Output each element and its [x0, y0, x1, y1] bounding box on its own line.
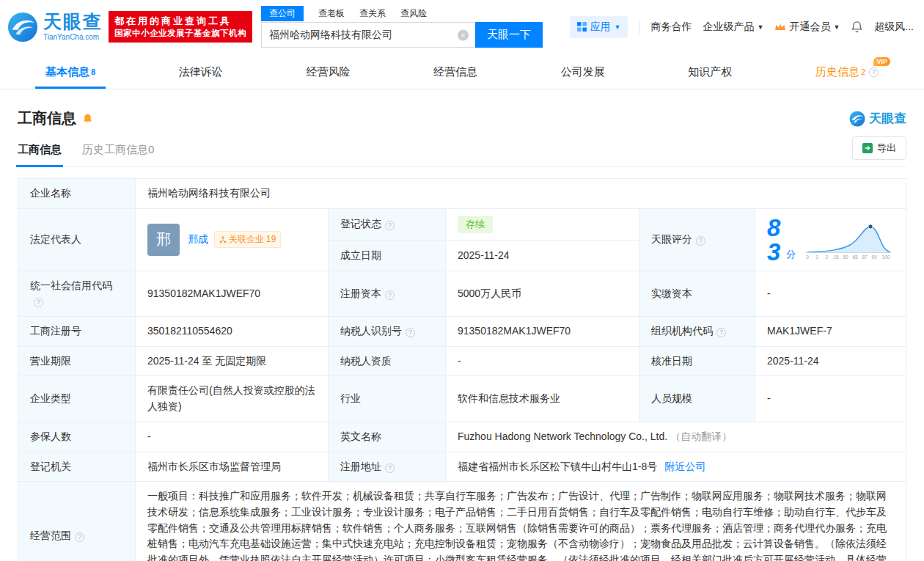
legal-rep-cell: 邢 邢成 关联企业 19 — [136, 208, 329, 271]
tab-basic-info[interactable]: 基本信息 8 — [45, 55, 95, 89]
super-risk-label: 超级风... — [874, 21, 914, 34]
link-super-risk[interactable]: 超级风... — [874, 21, 914, 34]
company-type-value: 有限责任公司(自然人投资或控股的法人独资) — [136, 376, 329, 422]
search-tab-boss[interactable]: 查老板 — [318, 7, 345, 20]
tianyancha-logo[interactable]: 天眼查 TianYanCha.com — [7, 12, 103, 43]
tab-basic-info-count: 8 — [91, 67, 95, 76]
divider — [639, 21, 639, 34]
table-row: 企业名称 福州哈动网络科技有限公司 — [18, 179, 906, 209]
notice-bell-icon[interactable] — [82, 113, 93, 124]
enterprise-products-label: 企业级产品 — [703, 21, 754, 34]
apps-grid-icon — [577, 22, 587, 32]
brand-domain: TianYanCha.com — [43, 33, 103, 41]
taxpayer-quality-label: 纳税人资质 — [329, 346, 446, 376]
export-label: 导出 — [877, 142, 896, 155]
table-row: 经营范围 一般项目：科技推广和应用服务；软件开发；机械设备租赁；共享自行车服务；… — [18, 482, 906, 561]
company-name-label: 企业名称 — [18, 179, 136, 209]
reg-address-value: 福建省福州市长乐区松下镇牛山村牛山1-8号附近公司 — [446, 452, 906, 482]
bell-icon — [851, 21, 863, 33]
search-button[interactable]: 天眼一下 — [475, 22, 543, 48]
business-term-value: 2025-11-24 至 无固定期限 — [136, 346, 329, 376]
approval-date-value: 2025-11-24 — [755, 346, 906, 376]
help-icon[interactable] — [385, 290, 395, 300]
tab-legal-litigation[interactable]: 法律诉讼 — [179, 55, 223, 89]
search-tab-relation[interactable]: 查关系 — [359, 7, 386, 20]
org-code-value: MAK1JWEF-7 — [755, 317, 906, 347]
legal-rep-label: 法定代表人 — [18, 208, 136, 271]
link-business-coop[interactable]: 商务合作 — [650, 21, 692, 34]
industry-label: 行业 — [329, 376, 446, 422]
legal-rep-avatar[interactable]: 邢 — [147, 224, 180, 256]
company-name-value: 福州哈动网络科技有限公司 — [136, 179, 906, 209]
help-icon[interactable] — [34, 298, 43, 307]
svg-text:50: 50 — [843, 254, 848, 260]
english-name-value: Fuzhou Hadong Network Technology Co., Lt… — [446, 422, 906, 452]
nearby-companies-link[interactable]: 附近公司 — [664, 461, 705, 472]
brand-name: 天眼查 — [43, 12, 103, 31]
search-tab-company[interactable]: 查公司 — [261, 6, 304, 21]
business-scope-value: 一般项目：科技推广和应用服务；软件开发；机械设备租赁；共享自行车服务；广告发布；… — [136, 482, 906, 561]
help-icon[interactable] — [385, 463, 395, 473]
score-value: 83 — [767, 216, 783, 264]
staff-size-label: 人员规模 — [639, 376, 755, 422]
tab-history-info[interactable]: VIP 历史信息 2 — [815, 55, 879, 89]
chevron-down-icon: ▼ — [757, 23, 763, 31]
subtab-business-info[interactable]: 工商信息 — [18, 143, 62, 157]
help-icon[interactable] — [385, 221, 395, 230]
tab-operation-info[interactable]: 经营信息 — [433, 55, 477, 89]
notification-bell[interactable] — [851, 21, 863, 33]
approval-date-label: 核准日期 — [639, 346, 755, 376]
business-term-label: 营业期限 — [18, 346, 136, 376]
tab-operation-risk[interactable]: 经营风险 — [306, 55, 350, 89]
slogan-badge: 都在用的商业查询工具 国家中小企业发展子基金旗下机构 — [109, 11, 252, 43]
related-companies-label: 关联企业 — [229, 232, 264, 246]
tianyancha-logo-icon — [7, 12, 38, 43]
slogan-line2: 国家中小企业发展子基金旗下机构 — [114, 27, 246, 39]
table-row: 统一社会信用代码 91350182MAK1JWEF70 注册资本 5000万人民… — [18, 271, 906, 316]
search-area: 查公司 查老板 查关系 查风险 × 天眼一下 — [261, 6, 543, 48]
search-tabs: 查公司 查老板 查关系 查风险 — [261, 6, 543, 21]
reg-capital-label: 注册资本 — [329, 271, 446, 316]
help-icon[interactable] — [696, 236, 705, 246]
apps-menu[interactable]: 应用 ▼ — [570, 16, 628, 38]
credit-code-value: 91350182MAK1JWEF70 — [136, 271, 329, 316]
export-button[interactable]: 导出 — [852, 136, 906, 160]
crown-icon — [774, 23, 786, 32]
table-row: 参保人数 - 英文名称 Fuzhou Hadong Network Techno… — [18, 422, 906, 452]
clear-icon[interactable]: × — [458, 29, 469, 40]
search-tab-risk[interactable]: 查风险 — [400, 7, 427, 20]
svg-text:3: 3 — [825, 254, 828, 260]
reg-address-label: 注册地址 — [329, 452, 446, 482]
tab-legal-litigation-label: 法律诉讼 — [179, 65, 223, 79]
slogan-line1: 都在用的商业查询工具 — [114, 15, 246, 27]
chevron-down-icon: ▼ — [833, 23, 840, 31]
link-open-membership[interactable]: 开通会员 ▼ — [774, 21, 840, 34]
help-icon[interactable] — [869, 67, 879, 77]
watermark-label: 天眼查 — [869, 110, 906, 127]
membership-label: 开通会员 — [789, 21, 830, 34]
business-info-table: 企业名称 福州哈动网络科技有限公司 法定代表人 邢 邢成 — [18, 178, 906, 561]
tab-operation-risk-label: 经营风险 — [306, 65, 350, 79]
table-row: 营业期限 2025-11-24 至 无固定期限 纳税人资质 - 核准日期 202… — [18, 346, 906, 376]
link-enterprise-products[interactable]: 企业级产品 ▼ — [703, 21, 763, 34]
status-badge: 存续 — [458, 216, 493, 233]
legal-rep-name-link[interactable]: 邢成 — [188, 232, 208, 248]
auto-translate-note: （自动翻译） — [670, 430, 732, 442]
help-icon[interactable] — [75, 532, 84, 542]
business-scope-label: 经营范围 — [18, 482, 136, 561]
reg-number-label: 工商注册号 — [18, 317, 136, 347]
search-input[interactable] — [261, 22, 475, 48]
search-box: × — [261, 22, 475, 48]
tab-intellectual-property[interactable]: 知识产权 — [688, 55, 732, 89]
staff-size-value: - — [755, 376, 906, 422]
apps-label: 应用 — [590, 21, 611, 34]
tab-company-development[interactable]: 公司发展 — [561, 55, 605, 89]
related-companies-badge[interactable]: 关联企业 19 — [214, 231, 281, 248]
tianyancha-watermark-icon — [849, 111, 865, 127]
tab-intellectual-property-label: 知识产权 — [688, 65, 732, 79]
help-icon[interactable] — [406, 328, 415, 337]
help-icon[interactable] — [716, 328, 726, 337]
subtab-history-business-info[interactable]: 历史工商信息0 — [82, 143, 154, 157]
table-row: 法定代表人 邢 邢成 关联企业 — [18, 208, 906, 241]
taxpayer-quality-value: - — [446, 346, 639, 376]
